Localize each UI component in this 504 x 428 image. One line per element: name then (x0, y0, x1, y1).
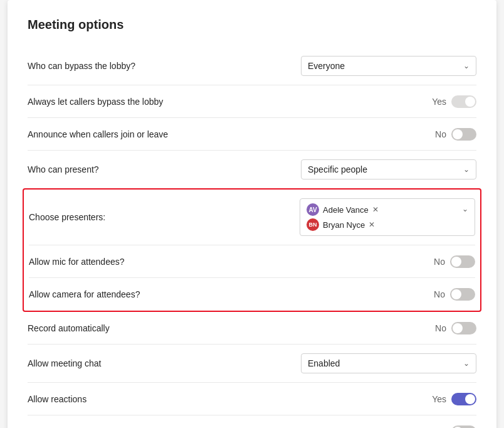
allow-camera-label: Allow camera for attendees? (29, 289, 140, 299)
announce-join-toggle-label: No (435, 129, 446, 139)
choose-presenters-label: Choose presenters: (29, 212, 105, 222)
cart-captions-toggle[interactable] (451, 425, 476, 428)
avatar-adele: AV (307, 203, 319, 216)
presenter-tag-0: AV Adele Vance ✕ (307, 203, 457, 216)
remove-presenter-0[interactable]: ✕ (372, 205, 379, 214)
meeting-chat-control[interactable]: Enabled ⌄ (301, 353, 476, 373)
meeting-options-card: Meeting options Who can bypass the lobby… (8, 0, 496, 428)
avatar-bryan: BN (307, 218, 319, 231)
record-auto-row: Record automatically No (28, 312, 476, 345)
chevron-down-icon: ⌄ (463, 62, 470, 70)
presenter-name-1: Bryan Nyce (323, 220, 365, 230)
who-present-dropdown[interactable]: Specific people ⌄ (301, 159, 476, 179)
allow-camera-row: Allow camera for attendees? No (29, 278, 475, 311)
allow-camera-toggle-label: No (434, 289, 445, 299)
meeting-chat-label: Allow meeting chat (28, 358, 102, 368)
who-present-control[interactable]: Specific people ⌄ (301, 159, 476, 179)
allow-mic-row: Allow mic for attendees? No (29, 245, 475, 278)
chevron-down-icon: ⌄ (463, 165, 470, 174)
always-bypass-toggle[interactable] (451, 95, 476, 108)
choose-presenters-row: Choose presenters: AV Adele Vance ✕ BN B… (29, 190, 475, 245)
announce-join-control: No (435, 128, 476, 141)
presenter-name-0: Adele Vance (323, 205, 369, 215)
chevron-down-icon: ⌄ (463, 359, 470, 368)
allow-mic-label: Allow mic for attendees? (29, 257, 125, 267)
presenters-dropdown[interactable]: AV Adele Vance ✕ BN Bryan Nyce ✕ ⌄ (300, 198, 475, 236)
announce-join-label: Announce when callers join or leave (28, 129, 168, 139)
toggle-thumb (451, 257, 461, 267)
highlighted-section: Choose presenters: AV Adele Vance ✕ BN B… (23, 188, 481, 312)
remove-presenter-1[interactable]: ✕ (369, 220, 375, 229)
allow-reactions-toggle-label: Yes (432, 394, 446, 404)
allow-camera-toggle[interactable] (450, 288, 475, 301)
who-present-value: Specific people (308, 164, 367, 174)
bypass-lobby-row: Who can bypass the lobby? Everyone ⌄ (28, 47, 476, 85)
toggle-thumb (465, 97, 475, 107)
bypass-lobby-value: Everyone (308, 61, 345, 71)
record-auto-label: Record automatically (28, 323, 110, 333)
meeting-chat-value: Enabled (308, 358, 340, 368)
record-auto-control: No (435, 322, 476, 334)
allow-reactions-label: Allow reactions (28, 394, 87, 404)
announce-join-row: Announce when callers join or leave No (28, 118, 476, 151)
allow-camera-control: No (434, 288, 475, 301)
choose-presenters-control[interactable]: AV Adele Vance ✕ BN Bryan Nyce ✕ ⌄ (300, 198, 475, 236)
presenters-tags: AV Adele Vance ✕ BN Bryan Nyce ✕ (307, 203, 457, 231)
toggle-thumb (453, 323, 463, 333)
record-auto-toggle-label: No (435, 323, 446, 333)
allow-reactions-toggle[interactable] (451, 393, 476, 405)
who-present-label: Who can present? (28, 164, 99, 174)
cart-captions-row: Provide CART Captions No (28, 415, 476, 428)
always-bypass-label: Always let callers bypass the lobby (28, 97, 163, 107)
meeting-chat-row: Allow meeting chat Enabled ⌄ (28, 345, 476, 383)
top-rows: Who can bypass the lobby? Everyone ⌄ Alw… (28, 47, 476, 188)
chevron-down-icon: ⌄ (462, 203, 468, 213)
bypass-lobby-dropdown[interactable]: Everyone ⌄ (301, 56, 476, 76)
announce-join-toggle[interactable] (451, 128, 476, 141)
allow-mic-control: No (434, 255, 475, 268)
allow-mic-toggle-label: No (434, 257, 445, 267)
toggle-thumb (453, 129, 463, 139)
bottom-rows: Record automatically No Allow meeting ch… (28, 312, 476, 428)
cart-captions-control: No (435, 425, 476, 428)
who-present-row: Who can present? Specific people ⌄ (28, 151, 476, 188)
bypass-lobby-label: Who can bypass the lobby? (28, 61, 135, 71)
meeting-chat-dropdown[interactable]: Enabled ⌄ (301, 353, 476, 373)
toggle-thumb (465, 394, 475, 404)
always-bypass-control: Yes (432, 95, 476, 108)
always-bypass-row: Always let callers bypass the lobby Yes (28, 85, 476, 118)
presenter-tag-1: BN Bryan Nyce ✕ (307, 218, 457, 231)
always-bypass-toggle-label: Yes (432, 97, 446, 107)
bypass-lobby-control[interactable]: Everyone ⌄ (301, 56, 476, 76)
toggle-thumb (451, 289, 461, 299)
allow-reactions-row: Allow reactions Yes (28, 383, 476, 415)
page-title: Meeting options (28, 18, 476, 32)
allow-mic-toggle[interactable] (450, 255, 475, 268)
record-auto-toggle[interactable] (451, 322, 476, 334)
allow-reactions-control: Yes (432, 393, 476, 405)
